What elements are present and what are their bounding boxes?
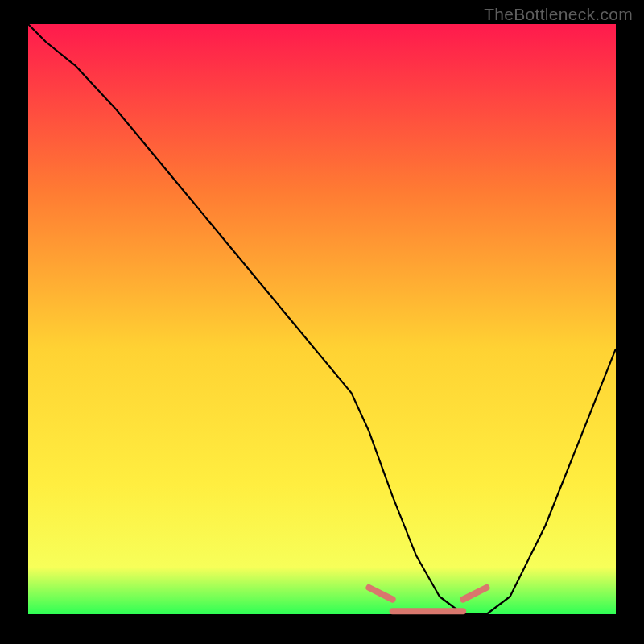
watermark-text: TheBottleneck.com (484, 5, 633, 24)
gradient-background (28, 24, 616, 614)
chart-container: TheBottleneck.com (0, 0, 644, 644)
bottleneck-chart (0, 0, 644, 644)
